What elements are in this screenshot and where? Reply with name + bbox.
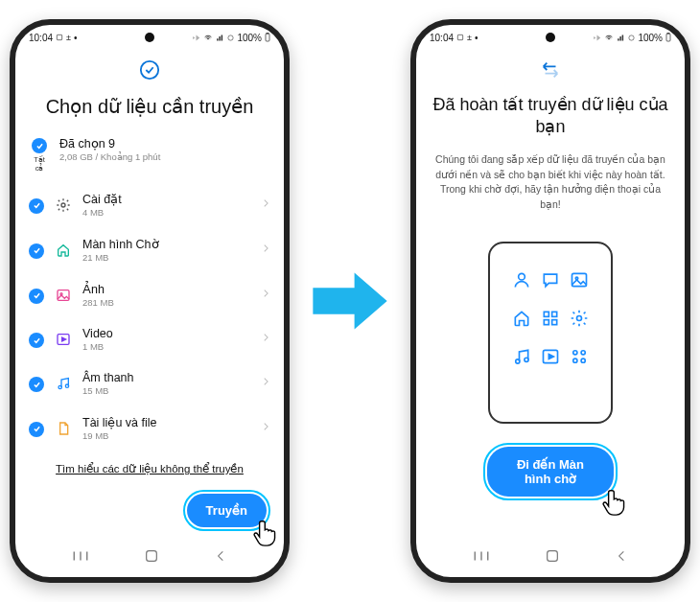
chat-icon (541, 270, 560, 293)
svg-rect-6 (58, 289, 69, 300)
nav-home-icon[interactable] (545, 548, 560, 567)
page-title: Chọn dữ liệu cần truyền (29, 94, 270, 119)
chevron-right-icon (261, 242, 270, 259)
row-size: 281 MB (82, 297, 250, 308)
checkbox[interactable] (29, 243, 44, 259)
svg-point-33 (581, 359, 585, 362)
svg-point-26 (577, 315, 582, 320)
image-icon (570, 270, 589, 293)
step-arrow-icon (305, 257, 396, 345)
row-title: Âm thanh (82, 371, 250, 384)
svg-rect-18 (667, 33, 669, 34)
selected-size: 2,08 GB / Khoảng 1 phút (59, 151, 270, 162)
data-type-list: Cài đặt4 MBMàn hình Chờ21 MBẢnh281 MBVid… (29, 182, 270, 451)
home-icon (55, 242, 72, 259)
grid-icon (541, 309, 560, 332)
row-size: 15 MB (82, 385, 250, 396)
checkbox[interactable] (29, 377, 44, 392)
row-title: Video (82, 327, 250, 340)
music-icon (512, 347, 531, 370)
checkbox[interactable] (29, 333, 44, 348)
phone-illustration (488, 242, 613, 424)
row-title: Ảnh (82, 282, 250, 296)
svg-point-1 (228, 35, 233, 39)
phone-left: 10:04 ± • 100% Chọn dữ li (10, 19, 290, 583)
chevron-right-icon (261, 375, 270, 392)
svg-point-27 (516, 359, 520, 363)
checkmark-circle-icon (29, 59, 270, 84)
svg-point-10 (65, 384, 68, 387)
android-nav-bar (416, 539, 685, 577)
pointer-hand-icon (598, 485, 631, 518)
nav-recent-icon[interactable] (72, 549, 89, 567)
status-battery: 100% (638, 33, 663, 43)
row-size: 19 MB (82, 430, 250, 441)
row-title: Tài liệu và file (82, 415, 250, 429)
camera-hole (546, 33, 555, 42)
svg-point-32 (573, 359, 577, 362)
status-time: 10:04 (29, 33, 53, 43)
image-icon (55, 287, 72, 304)
svg-point-28 (525, 358, 528, 361)
tutorial-step: 10:04 ± • 100% Chọn dữ li (0, 0, 700, 602)
page-title: Đã hoàn tất truyền dữ liệu của bạn (430, 94, 671, 139)
nav-back-icon[interactable] (615, 549, 628, 567)
svg-rect-2 (266, 34, 269, 41)
play-icon (541, 347, 560, 370)
nav-recent-icon[interactable] (473, 549, 490, 567)
svg-point-31 (581, 351, 585, 355)
svg-rect-3 (267, 33, 268, 34)
person-icon (512, 270, 531, 293)
svg-point-4 (141, 61, 158, 79)
checkbox-all[interactable] (32, 138, 47, 153)
chevron-right-icon (261, 331, 270, 348)
page-description: Chúng tôi đang sắp xếp dữ liệu đã truyền… (430, 152, 671, 213)
chevron-right-icon (261, 287, 270, 304)
data-row-music[interactable]: Âm thanh15 MB (29, 361, 270, 405)
svg-rect-20 (572, 273, 587, 286)
play-icon (55, 331, 72, 348)
svg-rect-37 (548, 551, 558, 562)
row-title: Màn hình Chờ (82, 237, 250, 251)
gear-icon (55, 197, 72, 214)
svg-point-5 (61, 203, 65, 207)
status-time: 10:04 (430, 33, 454, 43)
row-size: 21 MB (82, 252, 250, 263)
chevron-right-icon (261, 197, 270, 214)
checkbox[interactable] (29, 422, 44, 437)
svg-rect-14 (147, 551, 157, 562)
data-row-gear[interactable]: Cài đặt4 MB (29, 182, 270, 227)
svg-rect-22 (544, 312, 548, 316)
selected-count: Đã chọn 9 (59, 136, 270, 150)
svg-rect-25 (552, 319, 557, 324)
row-size: 4 MB (82, 207, 250, 218)
select-all-row[interactable]: Tất cả Đã chọn 9 2,08 GB / Khoảng 1 phút (29, 132, 270, 182)
status-battery: 100% (237, 33, 262, 43)
nav-back-icon[interactable] (214, 549, 227, 567)
data-row-document[interactable]: Tài liệu và file19 MB (29, 405, 270, 451)
checkbox[interactable] (29, 289, 44, 304)
chevron-right-icon (261, 420, 270, 437)
data-row-play[interactable]: Video1 MB (29, 317, 270, 361)
svg-point-16 (629, 35, 634, 39)
music-icon (55, 375, 72, 392)
nav-home-icon[interactable] (144, 548, 159, 567)
go-home-button[interactable]: Đi đến Màn hình chờ (487, 447, 614, 497)
svg-point-19 (519, 273, 525, 280)
checkbox[interactable] (29, 198, 44, 214)
svg-rect-15 (457, 35, 462, 39)
data-row-image[interactable]: Ảnh281 MB (29, 272, 270, 317)
svg-point-30 (573, 351, 577, 355)
camera-hole (145, 33, 154, 42)
document-icon (55, 420, 72, 437)
button-highlight: Đi đến Màn hình chờ (483, 443, 618, 500)
android-nav-bar (15, 539, 284, 577)
svg-point-9 (58, 385, 61, 388)
learn-more-link[interactable]: Tìm hiểu các dữ liệu không thể truyền (29, 462, 270, 475)
data-row-home[interactable]: Màn hình Chờ21 MB (29, 227, 270, 272)
select-all-label: Tất cả (30, 155, 49, 173)
transfer-back-icon (430, 59, 671, 84)
svg-rect-23 (552, 312, 557, 316)
row-title: Cài đặt (82, 192, 250, 206)
phone-right: 10:04 ± • 100% Đã hoàn tấ (410, 19, 690, 583)
